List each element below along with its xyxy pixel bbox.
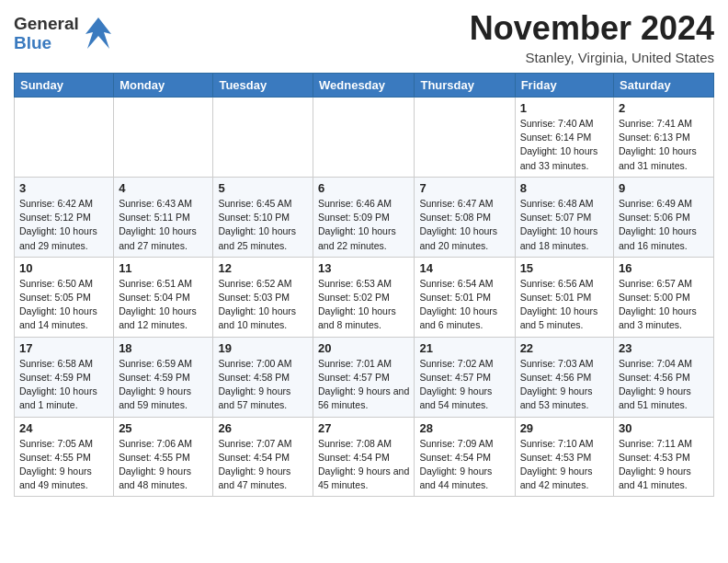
day-number: 10: [19, 261, 108, 275]
day-info: Sunrise: 7:04 AMSunset: 4:56 PMDaylight:…: [619, 357, 709, 413]
calendar-cell: 14Sunrise: 6:54 AMSunset: 5:01 PMDayligh…: [415, 257, 515, 337]
calendar-cell: 13Sunrise: 6:53 AMSunset: 5:02 PMDayligh…: [313, 257, 415, 337]
header: General Blue November 2024 Stanley, Virg…: [14, 9, 714, 65]
day-info: Sunrise: 7:40 AMSunset: 6:14 PMDaylight:…: [520, 117, 609, 173]
calendar-cell: 22Sunrise: 7:03 AMSunset: 4:56 PMDayligh…: [515, 337, 613, 417]
day-number: 19: [218, 341, 308, 355]
calendar-cell: 29Sunrise: 7:10 AMSunset: 4:53 PMDayligh…: [515, 417, 613, 497]
calendar-cell: [415, 98, 515, 178]
weekday-header-sunday: Sunday: [15, 74, 114, 98]
day-info: Sunrise: 7:41 AMSunset: 6:13 PMDaylight:…: [619, 117, 709, 173]
calendar-cell: 9Sunrise: 6:49 AMSunset: 5:06 PMDaylight…: [614, 177, 714, 257]
day-number: 28: [419, 421, 509, 435]
month-title: November 2024: [470, 9, 714, 48]
calendar-cell: 8Sunrise: 6:48 AMSunset: 5:07 PMDaylight…: [515, 177, 613, 257]
day-number: 16: [619, 261, 709, 275]
day-info: Sunrise: 6:47 AMSunset: 5:08 PMDaylight:…: [419, 197, 509, 253]
day-info: Sunrise: 6:42 AMSunset: 5:12 PMDaylight:…: [19, 197, 108, 253]
day-number: 4: [119, 181, 208, 195]
calendar-cell: 17Sunrise: 6:58 AMSunset: 4:59 PMDayligh…: [15, 337, 114, 417]
page: General Blue November 2024 Stanley, Virg…: [0, 0, 728, 511]
calendar-table: SundayMondayTuesdayWednesdayThursdayFrid…: [14, 73, 714, 497]
calendar-cell: 28Sunrise: 7:09 AMSunset: 4:54 PMDayligh…: [415, 417, 515, 497]
calendar-week-3: 10Sunrise: 6:50 AMSunset: 5:05 PMDayligh…: [15, 257, 714, 337]
day-info: Sunrise: 7:00 AMSunset: 4:58 PMDaylight:…: [218, 357, 308, 413]
weekday-header-thursday: Thursday: [415, 74, 515, 98]
calendar-cell: 12Sunrise: 6:52 AMSunset: 5:03 PMDayligh…: [213, 257, 313, 337]
calendar-cell: 19Sunrise: 7:00 AMSunset: 4:58 PMDayligh…: [213, 337, 313, 417]
calendar-cell: 26Sunrise: 7:07 AMSunset: 4:54 PMDayligh…: [213, 417, 313, 497]
day-number: 26: [218, 421, 308, 435]
day-info: Sunrise: 7:08 AMSunset: 4:54 PMDaylight:…: [318, 437, 409, 493]
day-info: Sunrise: 6:51 AMSunset: 5:04 PMDaylight:…: [119, 277, 208, 333]
day-number: 25: [119, 421, 208, 435]
day-info: Sunrise: 6:45 AMSunset: 5:10 PMDaylight:…: [218, 197, 308, 253]
day-info: Sunrise: 6:52 AMSunset: 5:03 PMDaylight:…: [218, 277, 308, 333]
calendar-week-1: 1Sunrise: 7:40 AMSunset: 6:14 PMDaylight…: [15, 98, 714, 178]
calendar-cell: 11Sunrise: 6:51 AMSunset: 5:04 PMDayligh…: [114, 257, 213, 337]
logo: General Blue: [14, 9, 113, 54]
weekday-header-wednesday: Wednesday: [313, 74, 415, 98]
calendar-week-5: 24Sunrise: 7:05 AMSunset: 4:55 PMDayligh…: [15, 417, 714, 497]
calendar-cell: [114, 98, 213, 178]
calendar-cell: 23Sunrise: 7:04 AMSunset: 4:56 PMDayligh…: [614, 337, 714, 417]
day-number: 24: [19, 421, 108, 435]
day-number: 20: [318, 341, 409, 355]
day-number: 9: [619, 181, 709, 195]
weekday-header-friday: Friday: [515, 74, 613, 98]
day-info: Sunrise: 6:54 AMSunset: 5:01 PMDaylight:…: [419, 277, 509, 333]
location: Stanley, Virginia, United States: [470, 50, 714, 65]
day-number: 17: [19, 341, 108, 355]
day-info: Sunrise: 6:59 AMSunset: 4:59 PMDaylight:…: [119, 357, 208, 413]
day-info: Sunrise: 7:01 AMSunset: 4:57 PMDaylight:…: [318, 357, 409, 413]
calendar-cell: 20Sunrise: 7:01 AMSunset: 4:57 PMDayligh…: [313, 337, 415, 417]
day-number: 23: [619, 341, 709, 355]
day-number: 3: [19, 181, 108, 195]
calendar-cell: 5Sunrise: 6:45 AMSunset: 5:10 PMDaylight…: [213, 177, 313, 257]
calendar-cell: 27Sunrise: 7:08 AMSunset: 4:54 PMDayligh…: [313, 417, 415, 497]
calendar-cell: [15, 98, 114, 178]
day-info: Sunrise: 6:53 AMSunset: 5:02 PMDaylight:…: [318, 277, 409, 333]
calendar-cell: 30Sunrise: 7:11 AMSunset: 4:53 PMDayligh…: [614, 417, 714, 497]
day-number: 7: [419, 181, 509, 195]
calendar-cell: 25Sunrise: 7:06 AMSunset: 4:55 PMDayligh…: [114, 417, 213, 497]
calendar-cell: 7Sunrise: 6:47 AMSunset: 5:08 PMDaylight…: [415, 177, 515, 257]
weekday-header-saturday: Saturday: [614, 74, 714, 98]
calendar-week-4: 17Sunrise: 6:58 AMSunset: 4:59 PMDayligh…: [15, 337, 714, 417]
day-info: Sunrise: 6:43 AMSunset: 5:11 PMDaylight:…: [119, 197, 208, 253]
day-info: Sunrise: 7:02 AMSunset: 4:57 PMDaylight:…: [419, 357, 509, 413]
day-number: 18: [119, 341, 208, 355]
day-number: 30: [619, 421, 709, 435]
calendar-cell: 18Sunrise: 6:59 AMSunset: 4:59 PMDayligh…: [114, 337, 213, 417]
day-info: Sunrise: 6:49 AMSunset: 5:06 PMDaylight:…: [619, 197, 709, 253]
calendar-cell: [313, 98, 415, 178]
day-number: 5: [218, 181, 308, 195]
calendar-cell: 21Sunrise: 7:02 AMSunset: 4:57 PMDayligh…: [415, 337, 515, 417]
calendar-header-row: SundayMondayTuesdayWednesdayThursdayFrid…: [15, 74, 714, 98]
calendar-cell: [213, 98, 313, 178]
calendar-cell: 15Sunrise: 6:56 AMSunset: 5:01 PMDayligh…: [515, 257, 613, 337]
day-info: Sunrise: 6:48 AMSunset: 5:07 PMDaylight:…: [520, 197, 609, 253]
day-number: 12: [218, 261, 308, 275]
calendar-cell: 3Sunrise: 6:42 AMSunset: 5:12 PMDaylight…: [15, 177, 114, 257]
day-info: Sunrise: 7:03 AMSunset: 4:56 PMDaylight:…: [520, 357, 609, 413]
calendar-cell: 4Sunrise: 6:43 AMSunset: 5:11 PMDaylight…: [114, 177, 213, 257]
day-number: 14: [419, 261, 509, 275]
logo-blue: Blue: [14, 34, 79, 53]
day-info: Sunrise: 6:46 AMSunset: 5:09 PMDaylight:…: [318, 197, 409, 253]
day-info: Sunrise: 6:50 AMSunset: 5:05 PMDaylight:…: [19, 277, 108, 333]
day-number: 11: [119, 261, 208, 275]
day-number: 2: [619, 101, 709, 115]
day-number: 8: [520, 181, 609, 195]
calendar-cell: 2Sunrise: 7:41 AMSunset: 6:13 PMDaylight…: [614, 98, 714, 178]
day-info: Sunrise: 7:09 AMSunset: 4:54 PMDaylight:…: [419, 437, 509, 493]
day-info: Sunrise: 7:11 AMSunset: 4:53 PMDaylight:…: [619, 437, 709, 493]
day-number: 15: [520, 261, 609, 275]
day-info: Sunrise: 7:07 AMSunset: 4:54 PMDaylight:…: [218, 437, 308, 493]
day-number: 1: [520, 101, 609, 115]
day-info: Sunrise: 6:56 AMSunset: 5:01 PMDaylight:…: [520, 277, 609, 333]
day-number: 13: [318, 261, 409, 275]
title-block: November 2024 Stanley, Virginia, United …: [470, 9, 714, 65]
day-info: Sunrise: 7:06 AMSunset: 4:55 PMDaylight:…: [119, 437, 208, 493]
calendar-cell: 10Sunrise: 6:50 AMSunset: 5:05 PMDayligh…: [15, 257, 114, 337]
